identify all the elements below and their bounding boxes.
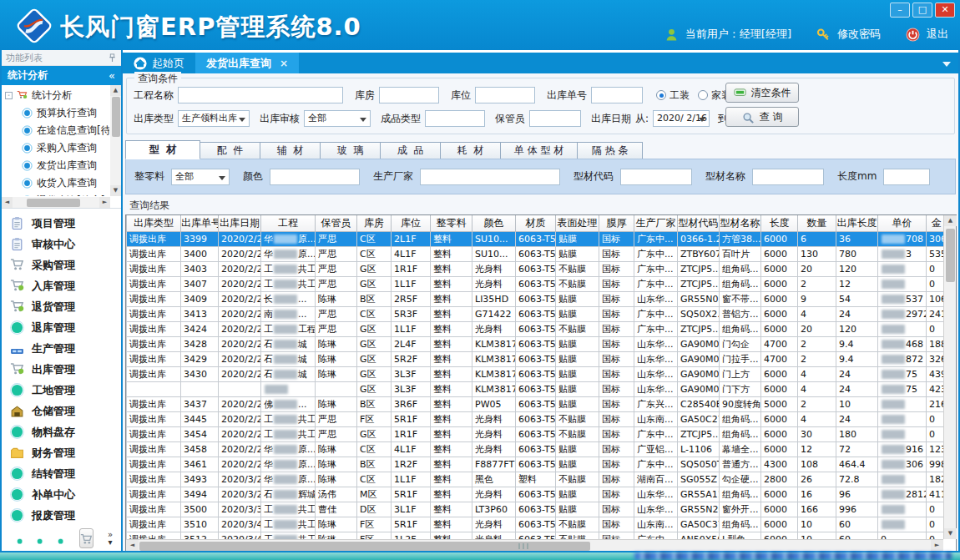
- column-header[interactable]: 型材代码: [678, 215, 720, 231]
- profile-code-input[interactable]: [620, 169, 692, 185]
- material-tab[interactable]: 隔 热 条: [578, 142, 643, 159]
- column-header[interactable]: 金: [927, 215, 944, 231]
- material-tab[interactable]: 单 体 型 材: [501, 142, 578, 159]
- table-row[interactable]: 调拨出库34542020/2/28工共工程严思G区1R1F整料光身料6063-T…: [127, 426, 944, 441]
- column-header[interactable]: 库房: [357, 215, 392, 231]
- sidebar-module[interactable]: 退货管理: [2, 296, 121, 317]
- radio-dot-icon[interactable]: [656, 90, 666, 100]
- maximize-button[interactable]: □: [912, 3, 932, 18]
- logout-link[interactable]: 退出: [927, 27, 948, 42]
- tab-list-caret-icon[interactable]: [942, 62, 951, 67]
- table-row[interactable]: 调拨出库34032020/2/25工共工程严思G区1R1F整料光身料6063-T…: [127, 261, 944, 276]
- table-row[interactable]: 调拨出库35002020/3/3工共工程曹佳D区3L1F整料LT3P606063…: [127, 502, 944, 517]
- column-header[interactable]: 型材名称: [720, 215, 761, 231]
- column-header[interactable]: 出库日期: [219, 215, 261, 231]
- column-header[interactable]: 材质: [516, 215, 556, 231]
- manufacturer-input[interactable]: [420, 169, 560, 185]
- scroll-thumb[interactable]: [112, 97, 120, 137]
- scroll-thumb[interactable]: [946, 229, 955, 282]
- table-row[interactable]: 调拨出库33992020/2/25华原...严思C区2L1F整料SU10...6…: [127, 231, 944, 246]
- table-row[interactable]: 调拨出库34302020/2/26石城陈琳G区3L3F整料KLM38176063…: [127, 366, 944, 381]
- clear-conditions-button[interactable]: 清空条件: [725, 83, 799, 103]
- length-input[interactable]: [883, 169, 930, 185]
- search-button[interactable]: 查 询: [725, 107, 799, 127]
- tree-horizontal-scrollbar[interactable]: ◄ ►: [2, 197, 110, 208]
- collapse-icon[interactable]: «: [109, 69, 115, 82]
- material-tab[interactable]: 型 材: [125, 140, 200, 159]
- tree-vertical-scrollbar[interactable]: ▲ ▼: [110, 85, 121, 196]
- column-header[interactable]: 出库类型: [127, 215, 181, 231]
- minimize-button[interactable]: –: [890, 3, 910, 18]
- scroll-up-icon[interactable]: ▲: [944, 215, 957, 226]
- sidebar-module[interactable]: 仓储管理: [2, 401, 121, 421]
- table-row[interactable]: 调拨出库34132020/2/26南...严思C区5R3F整料G71422606…: [127, 306, 944, 321]
- teal-dot-icon[interactable]: [37, 532, 43, 544]
- table-row[interactable]: 调拨出库34452020/2/27工共工程严思F区5R1F整料光身料6063-T…: [127, 411, 944, 426]
- sidebar-module[interactable]: 财务管理: [2, 442, 121, 463]
- material-tab[interactable]: 成 品: [381, 142, 441, 159]
- keeper-input[interactable]: [529, 110, 581, 127]
- scroll-left-icon[interactable]: ◄: [126, 540, 139, 551]
- column-header[interactable]: 数量: [798, 215, 836, 231]
- table-row[interactable]: G区3L3F整料KLM38176063-T5贴膜国标山东华...GA90M09.…: [127, 381, 944, 396]
- tree-item[interactable]: 采购入库查询: [5, 139, 109, 157]
- sidebar-module[interactable]: 工地管理: [2, 380, 121, 401]
- close-button[interactable]: ✕: [935, 3, 955, 18]
- material-tab[interactable]: 辅 材: [260, 142, 321, 159]
- table-row[interactable]: 调拨出库35102020/3/4工共工程陈琳F区5R1F整料光身料6063-T5…: [127, 517, 944, 532]
- order-no-input[interactable]: [591, 87, 643, 103]
- date-from-picker[interactable]: 2020/ 2/16: [653, 110, 710, 127]
- scroll-right-icon[interactable]: ►: [931, 540, 943, 551]
- tree-root-statistics[interactable]: -统计分析: [5, 87, 109, 104]
- overflow-chevron[interactable]: »▾: [108, 531, 113, 546]
- sidebar-module[interactable]: 生产管理: [2, 338, 121, 359]
- tree-item[interactable]: 退货查询[待定]: [5, 192, 109, 196]
- profile-name-input[interactable]: [752, 169, 824, 185]
- material-tab[interactable]: 玻 璃: [321, 142, 381, 159]
- change-password-link[interactable]: 修改密码: [837, 27, 881, 42]
- grid-horizontal-scrollbar[interactable]: ◄ ►: [126, 539, 943, 551]
- column-header[interactable]: 出库长度: [836, 215, 878, 231]
- teal-dot-icon[interactable]: [17, 532, 23, 544]
- grid-vertical-scrollbar[interactable]: ▲ ▼: [943, 215, 956, 539]
- scroll-down-icon[interactable]: ▼: [110, 185, 121, 196]
- location-input[interactable]: [475, 87, 535, 103]
- scroll-thumb[interactable]: [27, 199, 80, 207]
- tree-item[interactable]: 收货入库查询: [5, 174, 109, 192]
- tree-expander-icon[interactable]: -: [5, 92, 13, 99]
- audit-select[interactable]: 全部: [304, 110, 371, 127]
- warehouse-input[interactable]: [379, 87, 439, 103]
- project-name-input[interactable]: [178, 87, 343, 103]
- tree-item[interactable]: 预算执行查询: [5, 104, 109, 122]
- color-input[interactable]: [270, 169, 360, 185]
- out-type-select[interactable]: 生产领料出库: [178, 110, 250, 127]
- tab-close-icon[interactable]: ×: [280, 58, 288, 69]
- tree-item[interactable]: 在途信息查询[待: [5, 122, 109, 139]
- sidebar-module[interactable]: 入库管理: [2, 275, 121, 296]
- table-row[interactable]: 调拨出库34242020/2/26工工程严思G区1L1F整料光身料6063-T5…: [127, 321, 944, 336]
- sidebar-module[interactable]: 采购管理: [2, 255, 121, 275]
- scroll-right-icon[interactable]: ►: [99, 197, 110, 208]
- column-header[interactable]: 单价: [878, 215, 927, 231]
- table-row[interactable]: 调拨出库34072020/2/25工共工程严思G区1L1F整料光身料6063-T…: [127, 276, 944, 291]
- column-header[interactable]: 工程: [261, 215, 316, 231]
- column-header[interactable]: 库位: [392, 215, 431, 231]
- pin-icon[interactable]: [108, 53, 117, 63]
- table-row[interactable]: 调拨出库34092020/2/25长...陈琳B区2R5F整料LI35HD606…: [127, 291, 944, 306]
- teal-dot-icon[interactable]: [58, 532, 63, 544]
- scroll-up-icon[interactable]: ▲: [110, 85, 121, 96]
- material-tab[interactable]: 配 件: [200, 142, 260, 159]
- sidebar-module[interactable]: 补单中心: [2, 484, 121, 505]
- column-header[interactable]: 出库单号: [181, 215, 219, 231]
- tree-item[interactable]: 发货出库查询: [5, 157, 109, 174]
- table-row[interactable]: 调拨出库34372020/2/27佛...陈琳B区3R6F整料PW056063-…: [127, 396, 944, 411]
- table-row[interactable]: 调拨出库34932020/3/2华原...陈琳C区1L1F整料黑色塑料不贴膜国标…: [127, 472, 944, 487]
- sidebar-module[interactable]: 报废管理: [2, 505, 121, 526]
- column-header[interactable]: 整零料: [431, 215, 472, 231]
- tab-shipment-outbound-query[interactable]: 发货出库查询×: [195, 53, 299, 73]
- cart-module-button[interactable]: [79, 528, 93, 548]
- sidebar-module[interactable]: 项目管理: [2, 213, 121, 234]
- column-header[interactable]: 颜色: [472, 215, 516, 231]
- sidebar-module[interactable]: 物料盘存: [2, 421, 121, 442]
- table-row[interactable]: 调拨出库34582020/2/28华原...陈琳C区4L1F整料光身料6063-…: [127, 441, 944, 457]
